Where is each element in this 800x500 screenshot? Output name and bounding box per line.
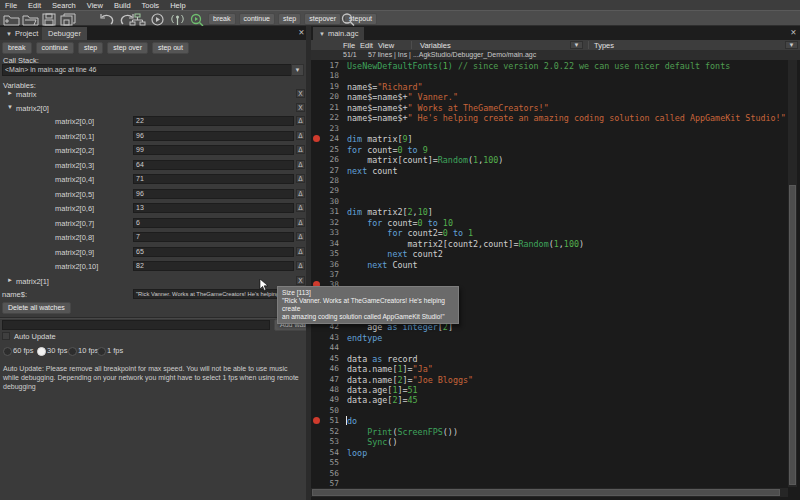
line-number[interactable]: 22 [311,113,339,122]
code-line-51[interactable]: 51do [311,416,788,427]
code-line-20[interactable]: 20name$=name$+" Vanner." [311,92,788,103]
debug-continue-button[interactable]: continue [36,42,74,54]
editor-menu-file[interactable]: File [343,41,355,50]
code-line-22[interactable]: 22name$=name$+" He's helping create an a… [311,113,788,124]
code-line-34[interactable]: 34 matrix2[count2,count]=Random(1,100) [311,239,788,250]
code-line-57[interactable]: 57 [311,479,788,488]
menu-search[interactable]: Search [52,1,76,10]
code-line-29[interactable]: 29 [311,186,788,197]
line-number[interactable]: 52 [311,427,339,436]
fps-radio-60-fps[interactable] [3,347,12,356]
delta-watch-icon[interactable]: Δ [296,203,305,212]
delta-watch-icon[interactable]: Δ [296,145,305,154]
line-number[interactable]: 34 [311,239,339,248]
undo-icon[interactable] [98,12,115,25]
delta-watch-icon[interactable]: Δ [296,174,305,183]
code-line-30[interactable]: 30 [311,197,788,208]
line-number[interactable]: 54 [311,448,339,457]
code-line-52[interactable]: 52 Print(ScreenFPS()) [311,427,788,438]
line-number[interactable]: 25 [311,145,339,154]
types-dropdown[interactable]: Types [594,41,614,50]
line-number[interactable]: 55 [311,458,339,467]
line-number[interactable]: 23 [311,124,339,133]
left-panel-close-icon[interactable]: ✕ [297,28,306,37]
code-line-35[interactable]: 35 next count2 [311,249,788,260]
debug-icon[interactable] [189,12,206,25]
line-number[interactable]: 46 [311,364,339,373]
line-number[interactable]: 18 [311,71,339,80]
variable-value-field[interactable]: 65 [133,247,294,257]
remove-watch-icon[interactable]: X [296,276,305,285]
code-line-55[interactable]: 55 [311,458,788,469]
variable-value-field[interactable]: 13 [133,203,294,213]
code-line-31[interactable]: 31dim matrix2[2,10] [311,207,788,218]
line-number[interactable]: 50 [311,406,339,415]
collapse-icon[interactable]: ▼ [7,104,13,110]
variable-value-field[interactable]: 71 [133,174,294,184]
code-line-25[interactable]: 25for count=0 to 9 [311,145,788,156]
code-line-19[interactable]: 19name$="Richard" [311,82,788,93]
line-number[interactable]: 24 [311,134,339,143]
line-number[interactable]: 48 [311,385,339,394]
delta-watch-icon[interactable]: Δ [296,232,305,241]
variables-dropdown-arrow-icon[interactable]: ▼ [570,41,583,49]
line-number[interactable]: 45 [311,354,339,363]
line-number[interactable]: 36 [311,260,339,269]
line-number[interactable]: 33 [311,228,339,237]
search-icon[interactable] [339,12,357,25]
export-icon[interactable] [129,12,146,25]
code-line-53[interactable]: 53 Sync() [311,437,788,448]
variables-dropdown[interactable]: Variables [420,41,451,50]
code-line-47[interactable]: 47data.name[2]="Joe Bloggs" [311,375,788,386]
line-number[interactable]: 53 [311,437,339,446]
code-line-36[interactable]: 36 next Count [311,260,788,271]
horizontal-scrollbar-thumb[interactable] [312,489,780,496]
expand-icon[interactable]: ► [7,277,13,283]
code-line-24[interactable]: 24dim matrix[9] [311,134,788,145]
line-number[interactable]: 49 [311,395,339,404]
delta-watch-icon[interactable]: Δ [296,131,305,140]
debug-step-out-button[interactable]: step out [152,42,189,54]
horizontal-scrollbar[interactable] [311,488,788,497]
fps-radio-10-fps[interactable] [68,347,77,356]
delta-watch-icon[interactable]: Δ [296,247,305,256]
toolbar-continue-button[interactable]: continue [239,13,275,25]
editor-close-icon[interactable]: ✕ [789,28,798,37]
call-stack-dropdown[interactable]: <Main> in main.agc at line 46 [2,64,304,76]
open-icon[interactable] [22,12,39,25]
variable-value-field[interactable]: 99 [133,145,294,155]
fps-radio-30-fps[interactable] [37,347,46,356]
line-number[interactable]: 28 [311,176,339,185]
delta-watch-icon[interactable]: Δ [296,218,305,227]
code-line-45[interactable]: 45data as record [311,354,788,365]
add-watch-input[interactable] [2,320,270,330]
code-line-27[interactable]: 27next count [311,166,788,177]
debug-break-button[interactable]: break [2,42,32,54]
line-number[interactable]: 26 [311,155,339,164]
variable-value-field[interactable]: 96 [133,131,294,141]
code-line-23[interactable]: 23 [311,124,788,135]
auto-update-checkbox[interactable] [2,332,10,340]
line-number[interactable]: 35 [311,249,339,258]
editor-menu-view[interactable]: View [378,41,394,50]
line-number[interactable]: 30 [311,197,339,206]
vertical-scrollbar-thumb[interactable] [789,185,796,485]
call-stack-dropdown-arrow-icon[interactable]: ▼ [291,64,304,76]
code-line-48[interactable]: 48data.age[1]=51 [311,385,788,396]
code-line-49[interactable]: 49data.age[2]=45 [311,395,788,406]
code-line-44[interactable]: 44 [311,343,788,354]
broadcast-icon[interactable] [169,12,186,25]
expand-icon[interactable]: ► [7,90,13,96]
run-icon[interactable] [149,12,166,25]
code-line-37[interactable]: 37 [311,270,788,281]
code-line-54[interactable]: 54loop [311,448,788,459]
toolbar-stepover-button[interactable]: stepover [304,13,341,25]
save-icon[interactable] [41,12,58,25]
line-number[interactable]: 20 [311,92,339,101]
remove-watch-icon[interactable]: X [296,89,305,98]
tab-debugger[interactable]: Debugger [42,27,87,40]
line-number[interactable]: 43 [311,333,339,342]
vertical-scrollbar[interactable] [788,60,797,487]
code-line-56[interactable]: 56 [311,469,788,480]
code-line-32[interactable]: 32 for count=0 to 10 [311,218,788,229]
